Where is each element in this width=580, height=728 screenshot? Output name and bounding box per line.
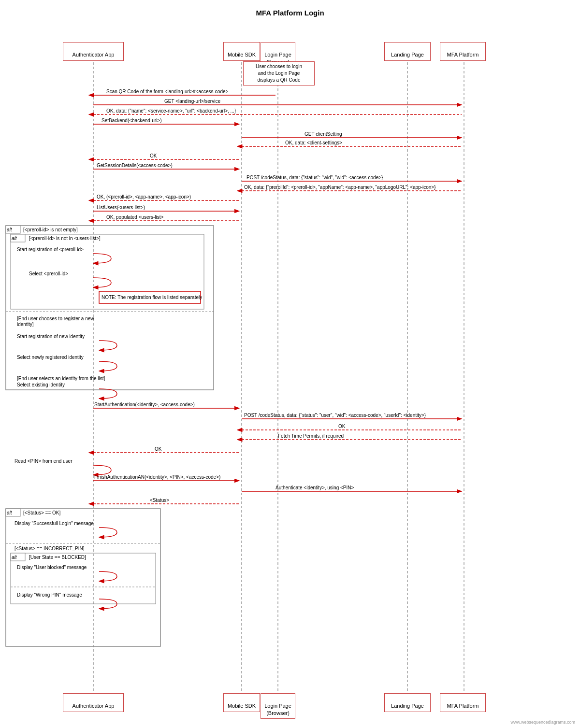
svg-text:GET clientSetting: GET clientSetting xyxy=(304,131,342,137)
svg-text:OK, data: {"prerollId": <prero: OK, data: {"prerollId": <preroll-id>, "a… xyxy=(244,185,436,190)
svg-text:OK, data: <client-settings>: OK, data: <client-settings> xyxy=(285,140,342,145)
participant-mobile-sdk-bottom: Mobile SDK xyxy=(223,693,260,712)
svg-text:identity]: identity] xyxy=(17,322,34,327)
svg-text:[<Status> == INCORRECT_PIN]: [<Status> == INCORRECT_PIN] xyxy=(14,546,85,551)
svg-rect-35 xyxy=(6,226,20,233)
svg-text:Display "Wrong PIN" message: Display "Wrong PIN" message xyxy=(17,592,82,598)
svg-text:[End user selects an identity : [End user selects an identity from the l… xyxy=(17,376,105,381)
svg-text:FinishAuthenticationAN(<identi: FinishAuthenticationAN(<identity>, <PIN>… xyxy=(94,474,220,480)
svg-text:alt: alt xyxy=(7,227,13,232)
svg-text:<Status>: <Status> xyxy=(150,498,169,503)
svg-text:OK: OK xyxy=(338,424,346,429)
participant-landing-page-bottom: Landing Page xyxy=(384,693,431,712)
svg-text:NOTE: The registration flow is: NOTE: The registration flow is listed se… xyxy=(102,295,202,300)
svg-text:GetSessionDetails(<access-code: GetSessionDetails(<access-code>) xyxy=(97,163,173,168)
svg-text:POST /codeStatus, data: {"stat: POST /codeStatus, data: {"status": "user… xyxy=(244,413,426,418)
svg-text:Display "Successfull Login" me: Display "Successfull Login" message xyxy=(14,521,94,526)
participant-landing-page-top: Landing Page xyxy=(384,42,431,61)
svg-text:OK, populated <users-list>: OK, populated <users-list> xyxy=(106,214,164,220)
svg-text:Display "User blocked" message: Display "User blocked" message xyxy=(17,565,87,570)
svg-rect-71 xyxy=(6,509,20,516)
participant-login-page-bottom: Login Page(Browser) xyxy=(261,693,295,719)
svg-text:[User State == BLOCKED]: [User State == BLOCKED] xyxy=(29,555,86,560)
svg-text:OK, (<preroll-id>, <app-name>,: OK, (<preroll-id>, <app-name>, <app-icon… xyxy=(97,194,191,200)
svg-text:alt: alt xyxy=(12,555,17,560)
participant-auth-app-bottom: Authenticator App xyxy=(63,693,124,712)
arrows-svg: Scan QR Code of the form <landing-url>#<… xyxy=(0,22,580,727)
svg-text:Select newly registered identi: Select newly registered identity xyxy=(17,355,84,360)
svg-text:Scan QR Code of the form <land: Scan QR Code of the form <landing-url>#<… xyxy=(106,89,229,94)
svg-text:SetBackend(<backend-url>): SetBackend(<backend-url>) xyxy=(102,118,162,123)
svg-text:[<Status> == OK]: [<Status> == OK] xyxy=(23,510,60,515)
svg-rect-70 xyxy=(6,509,160,646)
svg-text:OK, data: {"name": <service-na: OK, data: {"name": <service-name>, "url"… xyxy=(106,108,236,114)
svg-rect-78 xyxy=(11,553,25,561)
svg-text:OK: OK xyxy=(150,153,157,158)
watermark: www.websequencediagrams.com xyxy=(510,720,575,725)
svg-rect-77 xyxy=(11,553,156,604)
svg-text:GET <landing-url>/service: GET <landing-url>/service xyxy=(164,99,220,104)
svg-rect-34 xyxy=(6,226,214,390)
svg-rect-38 xyxy=(11,234,204,309)
svg-rect-44 xyxy=(99,291,201,303)
participant-auth-app-top: Authenticator App xyxy=(63,42,124,61)
user-login-note: User chooses to loginand the Login Paged… xyxy=(243,61,315,86)
svg-text:POST /codeStatus, data: {"stat: POST /codeStatus, data: {"status": "wid"… xyxy=(246,175,383,180)
svg-rect-39 xyxy=(11,234,25,242)
svg-text:alt: alt xyxy=(12,236,17,241)
page-title: MFA Platform Login xyxy=(0,0,580,22)
svg-text:Read <PIN> from end user: Read <PIN> from end user xyxy=(14,458,72,464)
svg-text:alt: alt xyxy=(7,510,13,515)
participant-mfa-platform-top: MFA Platform xyxy=(440,42,486,61)
svg-text:[<preroll-id> is not in <users: [<preroll-id> is not in <users-list>] xyxy=(29,236,101,241)
svg-text:Start registration of new iden: Start registration of new identity xyxy=(17,334,85,339)
svg-text:Fetch Time Permits, if require: Fetch Time Permits, if required xyxy=(278,433,344,439)
svg-text:[End user chooses to register : [End user chooses to register a new xyxy=(17,316,94,321)
participant-mobile-sdk-top: Mobile SDK xyxy=(223,42,260,61)
svg-text:Authenticate <identity>, using: Authenticate <identity>, using <PIN> xyxy=(276,485,354,490)
svg-text:Start registration of <preroll: Start registration of <preroll-id> xyxy=(17,247,84,252)
svg-text:Select existing identity: Select existing identity xyxy=(17,382,65,387)
svg-text:StartAuthentication(<identity>: StartAuthentication(<identity>, <access-… xyxy=(94,402,195,407)
participant-mfa-platform-bottom: MFA Platform xyxy=(440,693,486,712)
svg-text:ListUsers(<users-list>): ListUsers(<users-list>) xyxy=(97,205,145,210)
svg-text:Select <preroll-id>: Select <preroll-id> xyxy=(29,271,68,276)
svg-text:OK: OK xyxy=(155,446,162,452)
diagram-container: Scan QR Code of the form <landing-url>#<… xyxy=(0,22,580,727)
svg-text:[<preroll-id> is not empty]: [<preroll-id> is not empty] xyxy=(23,227,78,232)
